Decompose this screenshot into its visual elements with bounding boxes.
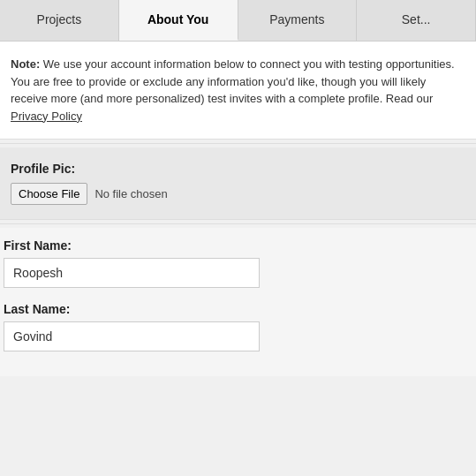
last-name-group: Last Name: — [4, 302, 469, 351]
divider-1 — [0, 143, 476, 144]
first-name-input[interactable] — [4, 258, 260, 288]
note-bold-prefix: Note: — [11, 57, 40, 71]
tab-about-you[interactable]: About You — [119, 0, 238, 41]
no-file-text: No file chosen — [94, 187, 167, 200]
privacy-policy-link[interactable]: Privacy Policy — [11, 110, 82, 123]
note-section: Note: We use your account information be… — [0, 42, 476, 140]
form-section: First Name: Last Name: — [0, 228, 476, 376]
file-input-row: Choose File No file chosen — [11, 183, 465, 205]
choose-file-button[interactable]: Choose File — [11, 183, 87, 205]
divider-2 — [0, 223, 476, 224]
last-name-label: Last Name: — [4, 302, 469, 316]
first-name-label: First Name: — [4, 238, 469, 253]
tab-projects[interactable]: Projects — [0, 0, 119, 41]
tab-payments[interactable]: Payments — [238, 0, 358, 41]
profile-pic-section: Profile Pic: Choose File No file chosen — [0, 147, 476, 220]
tab-settings[interactable]: Set... — [357, 0, 476, 41]
profile-pic-label: Profile Pic: — [11, 162, 465, 176]
note-text: We use your account information below to… — [11, 57, 455, 105]
last-name-input[interactable] — [4, 321, 260, 351]
first-name-group: First Name: — [4, 238, 469, 288]
tab-bar: Projects About You Payments Set... — [0, 0, 476, 42]
